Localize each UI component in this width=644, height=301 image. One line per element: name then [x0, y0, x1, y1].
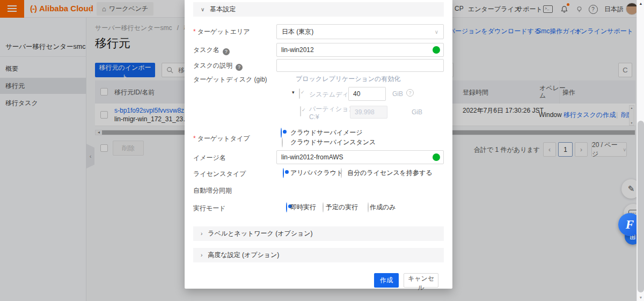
run-mode-create-only-label[interactable]: 作成のみ — [370, 203, 396, 212]
expand-chevron-icon: › — [201, 231, 202, 237]
advanced-settings-label: 高度な設定 (オプション) — [208, 251, 279, 260]
valid-check-icon — [433, 46, 440, 54]
image-name-label: イメージ名 — [193, 153, 226, 163]
create-button[interactable]: 作成 — [374, 273, 399, 288]
run-mode-label: 実行モード — [193, 204, 226, 213]
cancel-button[interactable]: キャンセル — [404, 273, 438, 288]
task-name-input[interactable] — [276, 43, 444, 57]
required-mark: * — [193, 28, 196, 35]
section-basic-settings[interactable]: ∨ 基本設定 — [193, 2, 444, 17]
image-name-input[interactable] — [276, 150, 444, 164]
task-desc-input[interactable] — [276, 59, 444, 72]
auto-sync-label: 自動増分同期 — [193, 186, 232, 195]
system-disk-unit: GiB — [392, 90, 403, 98]
target-area-label: *ターゲットエリア — [193, 27, 250, 36]
license-byol-radio[interactable] — [341, 168, 342, 178]
license-alibaba-radio[interactable] — [283, 168, 284, 178]
target-type-instance-label[interactable]: クラウドサーバインスタンス — [290, 138, 376, 147]
target-area-value: 日本 (東京) — [282, 27, 313, 36]
smc-console-page: (-)Alibaba Cloud ⌂ ワークベンチ CP エンタープライズ サポ… — [0, 0, 644, 301]
labels-network-label: ラベルとネットワーク (オプション) — [208, 229, 312, 238]
target-type-image-radio[interactable] — [281, 128, 282, 138]
task-desc-label: タスクの説明? — [193, 61, 243, 71]
partition-checkbox — [300, 106, 301, 116]
run-mode-scheduled-label[interactable]: 予定の実行 — [326, 203, 358, 212]
target-type-image-label[interactable]: クラウドサーバイメージ — [290, 128, 363, 137]
task-name-label: タスク名? — [193, 46, 230, 55]
image-valid-check-icon — [433, 153, 440, 161]
section-advanced-settings[interactable]: › 高度な設定 (オプション) — [193, 248, 444, 262]
disk-caret-icon[interactable]: ▾ — [292, 90, 295, 95]
partition-unit: GiB — [412, 108, 422, 116]
expand-chevron-icon2: › — [201, 252, 202, 258]
task-desc-help-icon[interactable]: ? — [236, 64, 243, 71]
system-disk-size-input[interactable] — [348, 87, 386, 101]
target-type-label: *ターゲットタイプ — [193, 134, 250, 143]
scrollbar-down-icon: ▼ — [637, 296, 644, 299]
run-mode-scheduled-radio[interactable] — [323, 202, 324, 212]
license-type-label: ライセンスタイプ — [193, 170, 246, 179]
scrollbar-up-icon: ▲ — [637, 2, 644, 5]
page-scrollbar[interactable]: ▲ ▼ — [636, 0, 644, 301]
target-area-select[interactable]: 日本 (東京) ∨ — [276, 24, 444, 39]
partition-size-input — [350, 106, 387, 119]
run-mode-immediate-label[interactable]: 即時実行 — [290, 203, 316, 212]
section-basic-label: 基本設定 — [210, 5, 236, 14]
collapse-chevron-icon: ∨ — [201, 6, 204, 12]
scrollbar-thumb[interactable] — [638, 121, 644, 292]
disk-help-icon[interactable]: ? — [406, 89, 414, 97]
target-disk-label: ターゲットディスク (gib) — [193, 75, 267, 84]
select-chevron-icon: ∨ — [435, 29, 438, 35]
run-mode-create-only-radio[interactable] — [368, 202, 369, 212]
target-type-instance-radio[interactable] — [282, 137, 283, 148]
f-logo-icon: F — [626, 218, 634, 232]
task-name-help-icon[interactable]: ? — [223, 48, 230, 55]
partition-path: C:¥ — [309, 113, 319, 121]
block-replication-label: ブロックレプリケーションの有効化 — [296, 75, 400, 84]
system-disk-checkbox — [299, 89, 300, 99]
license-byol-label[interactable]: 自分のライセンスを持参する — [347, 168, 433, 178]
create-task-modal: ∨ 基本設定 *ターゲットエリア 日本 (東京) ∨ タスク名? タスクの説明?… — [185, 0, 452, 289]
run-mode-immediate-radio[interactable] — [286, 202, 287, 212]
license-alibaba-label[interactable]: アリババクラウド — [290, 168, 343, 178]
section-labels-network[interactable]: › ラベルとネットワーク (オプション) — [193, 226, 444, 241]
